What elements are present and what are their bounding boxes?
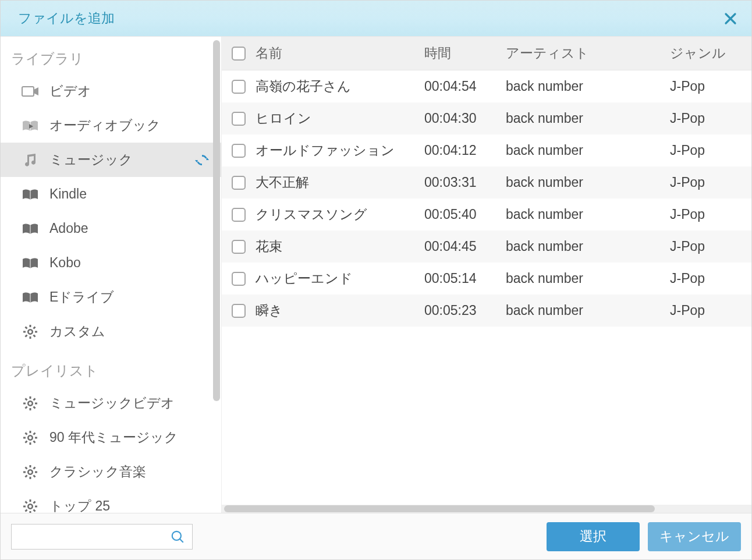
sidebar-item-classic[interactable]: クラシック音楽 bbox=[1, 455, 221, 489]
table-row[interactable]: 花束00:04:45back numberJ-Pop bbox=[222, 231, 751, 263]
book-icon bbox=[22, 290, 39, 305]
svg-line-25 bbox=[26, 441, 27, 442]
table-row[interactable]: 高嶺の花子さん00:04:54back numberJ-Pop bbox=[222, 70, 751, 102]
row-checkbox[interactable] bbox=[232, 144, 246, 158]
search-icon[interactable] bbox=[170, 529, 185, 544]
select-all-checkbox[interactable] bbox=[232, 47, 246, 61]
sidebar-item-kobo[interactable]: Kobo bbox=[1, 246, 221, 280]
row-checkbox[interactable] bbox=[232, 112, 246, 126]
svg-line-40 bbox=[34, 501, 36, 503]
svg-line-17 bbox=[26, 406, 27, 408]
cell-name: 瞬き bbox=[256, 302, 424, 320]
cell-name: 花束 bbox=[256, 238, 424, 256]
refresh-icon[interactable] bbox=[194, 153, 210, 168]
cell-genre: J-Pop bbox=[670, 143, 751, 158]
cell-name: 大不正解 bbox=[256, 173, 424, 192]
svg-line-8 bbox=[34, 327, 36, 328]
svg-line-43 bbox=[180, 538, 183, 542]
video-icon bbox=[22, 84, 39, 99]
cell-genre: J-Pop bbox=[670, 111, 751, 126]
table-row[interactable]: ハッピーエンド00:05:14back numberJ-Pop bbox=[222, 263, 751, 295]
dialog-window: ファイルを追加 ライブラリ ビデオオーディオブックミュージックKindleAdo… bbox=[0, 0, 752, 560]
search-input[interactable] bbox=[19, 530, 170, 543]
sidebar-item-label: ミュージックビデオ bbox=[49, 394, 175, 412]
sidebar-section-library: ライブラリ bbox=[1, 37, 221, 74]
cell-name: 高嶺の花子さん bbox=[256, 77, 424, 95]
table-header-row: 名前 時間 アーティスト ジャンル bbox=[222, 37, 751, 70]
table-row[interactable]: クリスマスソング00:05:40back numberJ-Pop bbox=[222, 199, 751, 231]
cell-genre: J-Pop bbox=[670, 239, 751, 254]
svg-line-31 bbox=[34, 475, 36, 477]
svg-line-30 bbox=[26, 467, 27, 469]
sidebar-item-music[interactable]: ミュージック bbox=[1, 143, 221, 177]
select-button[interactable]: 選択 bbox=[547, 522, 640, 551]
cell-time: 00:05:23 bbox=[424, 303, 506, 318]
row-checkbox[interactable] bbox=[232, 176, 246, 190]
search-box[interactable] bbox=[11, 524, 193, 550]
close-button[interactable] bbox=[723, 9, 737, 29]
sidebar-item-edrive[interactable]: Eドライブ bbox=[1, 280, 221, 314]
row-checkbox[interactable] bbox=[232, 240, 246, 254]
table-row[interactable]: 大不正解00:03:31back numberJ-Pop bbox=[222, 166, 751, 199]
cell-genre: J-Pop bbox=[670, 303, 751, 318]
cell-artist: back number bbox=[506, 175, 670, 190]
header-checkbox-cell bbox=[222, 47, 256, 61]
sidebar-item-label: Adobe bbox=[49, 221, 88, 236]
cell-time: 00:04:12 bbox=[424, 143, 506, 158]
cell-artist: back number bbox=[506, 303, 670, 318]
svg-line-32 bbox=[34, 467, 36, 469]
sidebar-item-label: オーディオブック bbox=[49, 116, 161, 134]
cell-name: ハッピーエンド bbox=[256, 270, 424, 288]
sidebar-item-mv[interactable]: ミュージックビデオ bbox=[1, 386, 221, 420]
horizontal-scrollbar[interactable] bbox=[222, 505, 751, 513]
sidebar-scrollbar[interactable] bbox=[213, 40, 220, 401]
svg-line-38 bbox=[26, 501, 27, 503]
sidebar-item-label: Eドライブ bbox=[49, 288, 114, 306]
row-checkbox[interactable] bbox=[232, 80, 246, 94]
header-artist[interactable]: アーティスト bbox=[506, 44, 670, 62]
sidebar-item-video[interactable]: ビデオ bbox=[1, 74, 221, 108]
cell-artist: back number bbox=[506, 111, 670, 126]
table-row[interactable]: ヒロイン00:04:30back numberJ-Pop bbox=[222, 102, 751, 134]
gear-icon bbox=[22, 499, 39, 513]
cell-genre: J-Pop bbox=[670, 79, 751, 94]
row-checkbox[interactable] bbox=[232, 272, 246, 286]
header-time[interactable]: 時間 bbox=[424, 44, 506, 62]
cancel-button[interactable]: キャンセル bbox=[648, 522, 741, 551]
sidebar-item-label: Kobo bbox=[49, 255, 81, 271]
table-row[interactable]: オールドファッション00:04:12back numberJ-Pop bbox=[222, 134, 751, 166]
horizontal-scrollbar-thumb[interactable] bbox=[224, 505, 655, 512]
svg-rect-0 bbox=[22, 87, 34, 96]
svg-line-41 bbox=[26, 509, 27, 511]
cell-genre: J-Pop bbox=[670, 207, 751, 222]
header-name[interactable]: 名前 bbox=[256, 44, 424, 62]
sidebar-item-label: トップ 25 bbox=[49, 497, 110, 513]
svg-line-23 bbox=[34, 441, 36, 442]
svg-line-14 bbox=[26, 398, 27, 400]
cell-genre: J-Pop bbox=[670, 175, 751, 190]
sidebar-item-audiobook[interactable]: オーディオブック bbox=[1, 108, 221, 143]
cell-time: 00:05:14 bbox=[424, 271, 506, 286]
header-genre[interactable]: ジャンル bbox=[670, 44, 751, 62]
sidebar-item-kindle[interactable]: Kindle bbox=[1, 177, 221, 211]
sidebar: ライブラリ ビデオオーディオブックミュージックKindleAdobeKoboEド… bbox=[1, 37, 222, 513]
dialog-title: ファイルを追加 bbox=[18, 9, 115, 27]
gear-icon bbox=[22, 430, 39, 445]
sidebar-item-label: Kindle bbox=[49, 186, 87, 202]
row-checkbox[interactable] bbox=[232, 304, 246, 318]
table-row[interactable]: 瞬き00:05:23back numberJ-Pop bbox=[222, 295, 751, 327]
sidebar-item-adobe[interactable]: Adobe bbox=[1, 211, 221, 246]
sidebar-item-90s[interactable]: 90 年代ミュージック bbox=[1, 420, 221, 455]
sidebar-item-custom[interactable]: カスタム bbox=[1, 314, 221, 349]
sidebar-item-label: クラシック音楽 bbox=[49, 463, 146, 481]
book-icon bbox=[22, 221, 39, 236]
row-checkbox[interactable] bbox=[232, 208, 246, 222]
cell-artist: back number bbox=[506, 271, 670, 286]
main-panel: 名前 時間 アーティスト ジャンル 高嶺の花子さん00:04:54back nu… bbox=[222, 37, 751, 513]
sidebar-item-top25[interactable]: トップ 25 bbox=[1, 489, 221, 513]
svg-line-7 bbox=[34, 335, 36, 336]
title-bar: ファイルを追加 bbox=[1, 1, 751, 37]
cell-name: クリスマスソング bbox=[256, 205, 424, 224]
cell-time: 00:04:30 bbox=[424, 111, 506, 126]
cell-artist: back number bbox=[506, 79, 670, 94]
